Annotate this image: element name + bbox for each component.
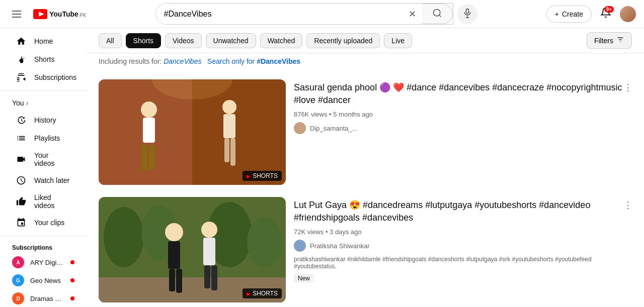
filter-chip-live[interactable]: Live xyxy=(384,33,412,48)
dramas-central-dot xyxy=(70,296,74,300)
svg-rect-30 xyxy=(203,238,215,265)
sidebar-item-your-videos[interactable]: Your videos xyxy=(4,147,83,171)
video-separator-2: • xyxy=(326,228,330,236)
svg-rect-4 xyxy=(466,9,468,14)
sidebar-item-your-videos-label: Your videos xyxy=(34,151,70,167)
sidebar-item-shorts[interactable]: Shorts xyxy=(4,50,83,68)
video-age-2: 3 days ago xyxy=(330,228,362,236)
your-videos-icon xyxy=(16,154,26,164)
video-options-1[interactable]: ⋮ xyxy=(620,79,636,95)
thumbnail-art-1 xyxy=(99,79,286,185)
svg-point-29 xyxy=(201,222,217,238)
watch-later-icon xyxy=(16,175,26,185)
notifications-button[interactable]: 9+ xyxy=(596,4,616,24)
video-thumbnail-2[interactable]: ▶ SHORTS xyxy=(99,197,286,302)
svg-rect-17 xyxy=(230,138,235,166)
svg-point-3 xyxy=(433,10,440,16)
search-bar: ✕ xyxy=(155,3,453,25)
sidebar-item-playlists[interactable]: Playlists xyxy=(4,129,83,147)
sidebar-item-watch-later[interactable]: Watch later xyxy=(4,171,83,189)
video-thumbnail-1[interactable]: ▶ SHORTS xyxy=(99,79,286,185)
video-title-1[interactable]: Sasural genda phool 🟣 ❤️ #dance #dancevi… xyxy=(294,81,632,107)
search-input[interactable] xyxy=(156,4,403,24)
svg-rect-11 xyxy=(143,118,155,143)
svg-rect-12 xyxy=(141,145,147,170)
sidebar-item-home[interactable]: Home xyxy=(4,32,83,50)
sidebar-item-ary-digital[interactable]: A ARY Digital HD xyxy=(4,253,83,271)
your-clips-icon xyxy=(16,218,26,228)
youtube-logo[interactable]: YouTube PK xyxy=(33,9,86,19)
svg-rect-15 xyxy=(223,114,235,138)
video-new-badge-2: New xyxy=(294,274,314,283)
sidebar-item-subscriptions[interactable]: Subscriptions xyxy=(4,68,83,86)
sidebar-item-dramas-central[interactable]: D Dramas Central xyxy=(4,289,83,307)
shorts-badge-2: ▶ SHORTS xyxy=(243,288,282,298)
video-meta-2: 72K views • 3 days ago xyxy=(294,228,632,236)
search-clear-button[interactable]: ✕ xyxy=(403,4,422,24)
svg-point-25 xyxy=(165,223,183,241)
header-right: + Create 9+ xyxy=(546,4,636,24)
sidebar-item-shorts-label: Shorts xyxy=(34,55,54,63)
notification-badge: 9+ xyxy=(604,6,614,13)
search-icon xyxy=(432,12,442,20)
including-text: Including results for: xyxy=(99,57,162,65)
filter-chip-shorts[interactable]: Shorts xyxy=(126,33,161,48)
avatar[interactable] xyxy=(620,6,636,22)
ary-digital-avatar: A xyxy=(12,256,24,268)
search-button[interactable] xyxy=(422,4,453,24)
sidebar-item-geo-news[interactable]: G Geo News xyxy=(4,271,83,289)
mic-icon xyxy=(462,8,472,20)
filter-chip-unwatched[interactable]: Unwatched xyxy=(206,33,256,48)
channel-row-2: Pratiksha Shiwankar xyxy=(294,240,632,252)
create-plus-icon: + xyxy=(555,10,559,18)
sidebar-item-history[interactable]: History xyxy=(4,111,83,129)
video-info-2: Lut Put Gaya 😍 #dancedreams #lutputgaya … xyxy=(294,197,632,302)
sidebar-item-liked-videos[interactable]: Liked videos xyxy=(4,189,83,214)
filters-button[interactable]: Filters xyxy=(587,32,632,49)
channel-row-1: Dip_samanta_... xyxy=(294,122,632,134)
create-button[interactable]: + Create xyxy=(546,6,592,23)
subscriptions-icon xyxy=(16,72,26,82)
svg-rect-28 xyxy=(176,269,182,293)
video-list: ▶ SHORTS Sasural genda phool 🟣 ❤️ #dance… xyxy=(87,69,644,307)
shorts-badge-label-2: SHORTS xyxy=(253,290,278,297)
mic-button[interactable] xyxy=(457,4,477,24)
results-info: Including results for: DanceVibes Search… xyxy=(87,53,644,69)
video-views-1: 876K views xyxy=(294,111,327,118)
sidebar-you-section[interactable]: You › xyxy=(0,95,87,111)
svg-point-23 xyxy=(247,217,282,267)
filters-icon xyxy=(616,36,624,45)
geo-news-avatar: G xyxy=(12,274,24,286)
svg-point-10 xyxy=(141,101,157,118)
svg-rect-32 xyxy=(211,265,217,290)
svg-rect-16 xyxy=(224,138,229,162)
svg-point-14 xyxy=(222,100,236,114)
filter-chip-videos[interactable]: Videos xyxy=(165,33,202,48)
logo-country: PK xyxy=(79,13,86,18)
svg-rect-31 xyxy=(204,265,210,288)
filter-chip-recently-uploaded[interactable]: Recently uploaded xyxy=(306,33,380,48)
sidebar-item-playlists-label: Playlists xyxy=(34,134,60,142)
channel-name-2[interactable]: Pratiksha Shiwankar xyxy=(310,242,370,250)
video-options-2[interactable]: ⋮ xyxy=(620,197,636,213)
dramas-central-avatar: D xyxy=(12,292,24,304)
video-title-2[interactable]: Lut Put Gaya 😍 #dancedreams #lutputgaya … xyxy=(294,199,632,224)
svg-rect-26 xyxy=(168,241,180,269)
channel-avatar-1 xyxy=(294,122,306,134)
channel-avatar-2 xyxy=(294,240,306,252)
hamburger-button[interactable] xyxy=(8,7,25,22)
channel-name-1[interactable]: Dip_samanta_... xyxy=(310,125,358,132)
filter-chip-all[interactable]: All xyxy=(99,33,122,48)
sidebar-item-liked-videos-label: Liked videos xyxy=(34,193,70,210)
playlists-icon xyxy=(16,133,26,143)
home-icon xyxy=(16,36,26,46)
sidebar-item-your-clips[interactable]: Your clips xyxy=(4,214,83,232)
search-only-link[interactable]: Search only for #DanceVibes xyxy=(207,57,300,65)
filter-chip-watched[interactable]: Watched xyxy=(260,33,303,48)
italic-term: DanceVibes xyxy=(164,57,201,65)
sidebar: Home Shorts Subscriptions You › History xyxy=(0,28,87,307)
shorts-badge-label-1: SHORTS xyxy=(253,172,278,179)
sidebar-divider-2 xyxy=(0,236,87,236)
sidebar-divider-1 xyxy=(0,90,87,91)
sidebar-item-subscriptions-label: Subscriptions xyxy=(34,73,76,81)
